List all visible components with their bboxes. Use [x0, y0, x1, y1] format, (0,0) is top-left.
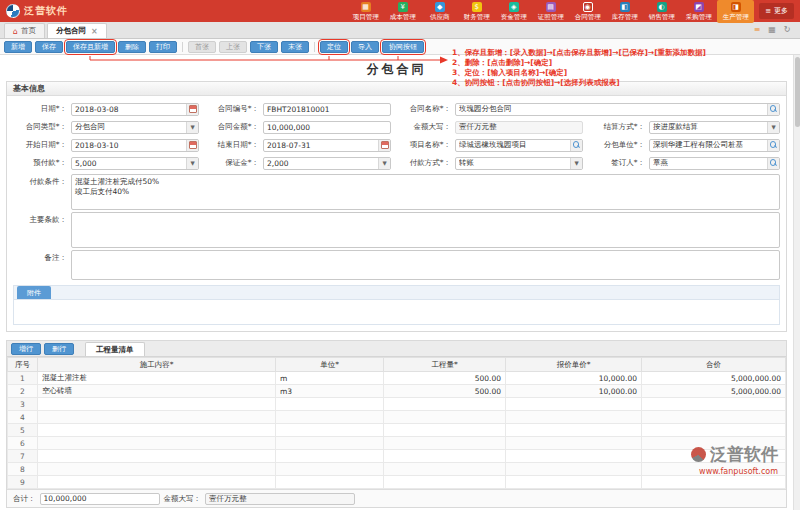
- production-icon: ◨: [731, 2, 741, 12]
- subcontractor-input[interactable]: [651, 141, 766, 150]
- nav-certificate-management[interactable]: ▤证照管理: [532, 0, 569, 23]
- finance-icon: $: [472, 2, 482, 12]
- deposit-label: 保证金*：: [201, 158, 261, 168]
- grid-icon[interactable]: ▦: [767, 25, 777, 35]
- subcontractor-lookup-button[interactable]: [767, 140, 779, 151]
- close-icon[interactable]: ×: [91, 27, 98, 36]
- end-date-label: 结束日期*：: [201, 140, 261, 150]
- project-input[interactable]: [457, 141, 569, 150]
- table-row[interactable]: 1 混凝土灌注桩 m 500.00 10,000.00 5,000,000.00: [8, 372, 786, 385]
- date-input[interactable]: [73, 105, 185, 114]
- nav-sales-management[interactable]: ◐销售管理: [643, 0, 680, 23]
- settlement-dropdown-button[interactable]: ▼: [767, 122, 779, 133]
- pay-terms-textarea[interactable]: 混凝土灌注桩完成付50% 竣工后支付40%: [71, 174, 780, 210]
- import-button[interactable]: 导入: [351, 41, 379, 53]
- contract-name-input[interactable]: [457, 105, 766, 114]
- collaborate-button[interactable]: 协同按钮: [382, 41, 424, 53]
- col-header-unit-price: 报价单价*: [506, 358, 642, 372]
- nav-project-management[interactable]: ▦项目管理: [347, 0, 384, 23]
- advance-input[interactable]: [73, 159, 185, 168]
- next-record-button[interactable]: 下张: [250, 41, 278, 53]
- deposit-dropdown-button[interactable]: ▼: [378, 158, 390, 169]
- nav-supplier[interactable]: ◆供应商: [421, 0, 458, 23]
- start-date-picker-button[interactable]: [186, 140, 198, 151]
- main-terms-row: 主要条款：: [7, 211, 786, 249]
- nav-inventory-management[interactable]: ◧库存管理: [606, 0, 643, 23]
- save-and-add-button[interactable]: 保存且新增: [66, 41, 115, 53]
- date-picker-button[interactable]: [186, 104, 198, 115]
- advance-dropdown-button[interactable]: ▼: [186, 158, 198, 169]
- contract-name-label: 合同名称*：: [393, 104, 453, 114]
- table-row[interactable]: 9: [8, 476, 786, 489]
- contract-name-lookup-button[interactable]: [767, 104, 779, 115]
- delete-button[interactable]: 删除: [118, 41, 146, 53]
- locate-button[interactable]: 定位: [320, 41, 348, 53]
- nav-funds-management[interactable]: ◈资金管理: [495, 0, 532, 23]
- scrollbar-thumb[interactable]: [795, 57, 800, 127]
- subcontractor-label: 分包单位*：: [585, 140, 647, 150]
- add-row-button[interactable]: 增行: [11, 343, 41, 355]
- table-row[interactable]: 7: [8, 450, 786, 463]
- supplier-icon: ◆: [435, 2, 445, 12]
- nav-production-management[interactable]: ◨生产管理: [717, 0, 754, 23]
- start-date-input[interactable]: [73, 141, 185, 150]
- search-icon: [770, 141, 778, 149]
- total-input[interactable]: [40, 493, 160, 505]
- end-date-input[interactable]: [265, 141, 377, 150]
- attachment-tab[interactable]: 附件: [17, 286, 51, 299]
- more-menu-button[interactable]: ≡更多: [759, 3, 794, 19]
- settlement-label: 结算方式*：: [585, 122, 647, 132]
- signer-lookup-button[interactable]: [767, 158, 779, 169]
- inventory-icon: ◧: [620, 2, 630, 12]
- boq-table: 序号 施工内容* 单位* 工程量* 报价单价* 合价 1 混凝土灌注桩 m 50…: [7, 357, 786, 489]
- first-record-button[interactable]: 首张: [188, 41, 216, 53]
- amount-input[interactable]: [265, 123, 377, 132]
- tab-subcontract[interactable]: 分包合同 ×: [47, 23, 107, 38]
- signer-input[interactable]: [651, 159, 766, 168]
- deposit-input[interactable]: [265, 159, 377, 168]
- menu-icon[interactable]: ≡: [752, 25, 762, 35]
- project-lookup-button[interactable]: [570, 140, 582, 151]
- tab-home[interactable]: ⌂ 首页: [4, 23, 45, 38]
- nav-finance-management[interactable]: $财务管理: [458, 0, 495, 23]
- nav-purchasing-management[interactable]: ◩采购管理: [680, 0, 717, 23]
- delete-row-button[interactable]: 删行: [44, 343, 74, 355]
- tabbar: ⌂ 首页 分包合同 × ≡ ▦ ↻: [0, 22, 800, 39]
- vertical-scrollbar[interactable]: [793, 55, 800, 510]
- settlement-input[interactable]: [651, 123, 766, 132]
- main-terms-label: 主要条款：: [13, 212, 69, 225]
- start-date-label: 开始日期*：: [13, 140, 69, 150]
- contract-type-input[interactable]: [73, 123, 185, 132]
- chevron-down-icon: ▼: [771, 124, 775, 130]
- nav-contract-management[interactable]: ◉合同管理: [569, 0, 606, 23]
- col-header-total: 合价: [642, 358, 786, 372]
- last-record-button[interactable]: 末张: [281, 41, 309, 53]
- table-row[interactable]: 4: [8, 411, 786, 424]
- end-date-picker-button[interactable]: [378, 140, 390, 151]
- annotation-line: 1、保存且新增：[录入数据]→[点击保存且新增]→[已保存]→[重新添加数据]: [452, 48, 794, 58]
- table-row[interactable]: 8: [8, 463, 786, 476]
- settlement-field: ▼: [649, 121, 780, 134]
- subcontractor-field: [649, 139, 780, 152]
- table-row[interactable]: 2 空心砖墙 m3 500.00 10,000.00 5,000,000.00: [8, 385, 786, 398]
- contract-type-label: 合同类型*：: [13, 122, 69, 132]
- table-row[interactable]: 6: [8, 437, 786, 450]
- pay-method-input[interactable]: [457, 159, 569, 168]
- tab-boq-list[interactable]: 工程量清单: [85, 342, 145, 356]
- contract-type-dropdown-button[interactable]: ▼: [186, 122, 198, 133]
- nav-cost-management[interactable]: ¥成本管理: [384, 0, 421, 23]
- table-row[interactable]: 5: [8, 424, 786, 437]
- remark-textarea[interactable]: [71, 250, 780, 280]
- prev-record-button[interactable]: 上张: [219, 41, 247, 53]
- table-row[interactable]: 3: [8, 398, 786, 411]
- refresh-icon[interactable]: ↻: [782, 25, 792, 35]
- main-terms-textarea[interactable]: [71, 212, 780, 248]
- save-button[interactable]: 保存: [35, 41, 63, 53]
- print-button[interactable]: 打印: [149, 41, 177, 53]
- pay-method-dropdown-button[interactable]: ▼: [570, 158, 582, 169]
- app-window: 泛普软件 ▦项目管理 ¥成本管理 ◆供应商 $财务管理 ◈资金管理 ▤证照管理 …: [0, 0, 800, 510]
- contract-no-input[interactable]: [265, 105, 377, 114]
- detail-grid-toolbar: 增行 删行 工程量清单: [7, 341, 786, 357]
- app-logo-text: 泛普软件: [24, 4, 68, 18]
- add-button[interactable]: 新增: [4, 41, 32, 53]
